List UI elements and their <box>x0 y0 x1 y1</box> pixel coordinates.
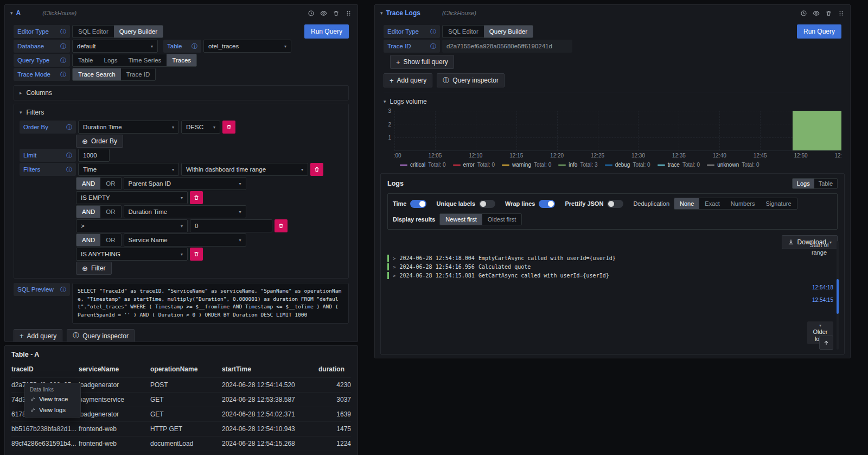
query-type-logs[interactable]: Logs <box>99 54 123 66</box>
column-header-duration[interactable]: duration <box>318 362 351 378</box>
history-icon[interactable] <box>308 10 315 17</box>
query-inspector-button[interactable]: ⓘQuery inspector <box>67 329 135 342</box>
database-select[interactable]: default▾ <box>72 40 158 53</box>
scrollbar-thumb[interactable] <box>837 279 839 314</box>
order-by-field-select[interactable]: Duration Time▾ <box>78 121 179 134</box>
drag-handle-icon[interactable] <box>345 10 352 17</box>
order-oldest-first[interactable]: Oldest first <box>482 214 522 225</box>
query-inspector-button[interactable]: ⓘQuery inspector <box>437 73 505 87</box>
condition-join-and[interactable]: AND <box>76 206 100 218</box>
order-newest-first[interactable]: Newest first <box>440 214 482 225</box>
delete-icon[interactable] <box>825 10 832 17</box>
legend-item-trace[interactable]: traceTotal: 0 <box>658 162 700 168</box>
column-header-starttime[interactable]: startTime <box>222 362 318 378</box>
legend-item-error[interactable]: errorTotal: 0 <box>453 162 495 168</box>
remove-condition-button[interactable] <box>190 248 203 261</box>
query-type-traces[interactable]: Traces <box>167 54 196 66</box>
dedup-none[interactable]: None <box>674 198 699 209</box>
info-icon[interactable]: ⓘ <box>60 56 66 65</box>
expand-log-icon[interactable]: > <box>393 264 395 270</box>
condition-join-or[interactable]: OR <box>100 178 120 189</box>
log-row[interactable]: >2024-06-28 12:54:15.081GetCartAsync cal… <box>387 272 792 279</box>
trace-id-input[interactable] <box>442 40 572 53</box>
add-filter-button[interactable]: ⊕Filter <box>76 262 112 275</box>
info-icon[interactable]: ⓘ <box>66 166 72 174</box>
run-query-button[interactable]: Run Query <box>797 24 841 39</box>
legend-item-unknown[interactable]: unknownTotal: 0 <box>707 162 759 168</box>
info-icon[interactable]: ⓘ <box>60 286 66 294</box>
add-query-button[interactable]: +Add query <box>384 73 432 87</box>
trace-id-link[interactable]: 9a7b9f9194303bd... <box>11 451 79 455</box>
remove-order-by-button[interactable] <box>222 121 235 134</box>
query-type-table[interactable]: Table <box>73 54 99 66</box>
expand-log-icon[interactable]: > <box>393 256 395 261</box>
expand-log-icon[interactable]: > <box>393 273 395 279</box>
info-icon[interactable]: ⓘ <box>66 123 72 131</box>
editor-type-query-builder[interactable]: Query Builder <box>484 26 533 37</box>
condition-field-select[interactable]: Duration Time▾ <box>124 205 246 218</box>
editor-type-sql-editor[interactable]: SQL Editor <box>73 26 114 37</box>
condition-join-or[interactable]: OR <box>100 234 120 246</box>
wrap-lines-toggle[interactable] <box>539 200 555 208</box>
trace-id-link[interactable]: bb5167b238bfa82d1... <box>11 422 79 437</box>
column-header-operationname[interactable]: operationName <box>150 362 222 378</box>
filter-operator-select[interactable]: Within dashboard time range▾ <box>181 163 308 176</box>
editor-type-query-builder[interactable]: Query Builder <box>114 26 163 37</box>
remove-filter-button[interactable] <box>310 163 323 176</box>
add-query-button[interactable]: +Add query <box>14 329 62 342</box>
info-icon[interactable]: ⓘ <box>60 28 66 36</box>
condition-operator-select[interactable]: IS EMPTY▾ <box>76 191 188 204</box>
condition-join-or[interactable]: OR <box>100 206 120 218</box>
table-select[interactable]: otel_traces▾ <box>203 40 291 53</box>
eye-icon[interactable] <box>320 10 327 17</box>
condition-operator-select[interactable]: IS ANYTHING▾ <box>76 248 188 261</box>
condition-join-and[interactable]: AND <box>76 178 100 189</box>
dedup-exact[interactable]: Exact <box>699 198 725 209</box>
remove-condition-button[interactable] <box>275 219 288 232</box>
legend-item-warning[interactable]: warningTotal: 0 <box>502 162 551 168</box>
info-icon[interactable]: ⓘ <box>66 151 72 160</box>
remove-condition-button[interactable] <box>190 191 203 204</box>
menu-item-view-logs[interactable]: View logs <box>25 405 80 415</box>
info-icon[interactable]: ⓘ <box>192 42 197 50</box>
log-row[interactable]: >2024-06-28 12:54:16.956Calculated quote <box>387 263 792 270</box>
filter-field-select[interactable]: Time▾ <box>78 163 179 176</box>
unique-labels-toggle[interactable] <box>479 200 495 208</box>
dedup-signature[interactable]: Signature <box>760 198 796 209</box>
limit-input[interactable] <box>78 149 110 162</box>
condition-field-select[interactable]: Service Name▾ <box>124 233 246 247</box>
eye-icon[interactable] <box>813 10 820 17</box>
run-query-button[interactable]: Run Query <box>304 24 349 39</box>
delete-icon[interactable] <box>333 10 340 17</box>
show-full-query-button[interactable]: +Show full query <box>390 55 454 69</box>
legend-item-info[interactable]: infoTotal: 3 <box>558 162 597 168</box>
collapse-chevron-icon[interactable]: ▾ <box>10 11 13 16</box>
info-icon[interactable]: ⓘ <box>60 42 66 50</box>
legend-item-debug[interactable]: debugTotal: 0 <box>605 162 650 168</box>
column-header-servicename[interactable]: serviceName <box>79 362 150 378</box>
condition-join-and[interactable]: AND <box>76 234 100 246</box>
trace-mode-trace-id[interactable]: Trace ID <box>121 68 156 80</box>
filters-section-toggle[interactable]: ▾ Filters <box>20 109 343 116</box>
collapse-chevron-icon[interactable]: ▾ <box>380 11 383 16</box>
columns-section-toggle[interactable]: ▸ Columns <box>14 85 349 100</box>
info-icon[interactable]: ⓘ <box>60 71 66 79</box>
menu-item-view-trace[interactable]: View trace <box>25 394 80 405</box>
order-by-direction-select[interactable]: DESC▾ <box>181 121 220 134</box>
prettify-json-toggle[interactable] <box>607 200 623 208</box>
trace-mode-trace-search[interactable]: Trace Search <box>73 68 121 80</box>
condition-value-input[interactable] <box>190 219 272 232</box>
info-icon[interactable]: ⓘ <box>430 28 436 36</box>
time-toggle[interactable] <box>410 200 426 208</box>
trace-id-link[interactable]: 89cf4286e631591b4... <box>11 437 79 451</box>
condition-field-select[interactable]: Parent Span ID▾ <box>124 177 246 190</box>
dedup-numbers[interactable]: Numbers <box>725 198 761 209</box>
logs-volume-section-toggle[interactable]: ▾ Logs volume <box>375 97 850 111</box>
legend-item-critical[interactable]: criticalTotal: 0 <box>400 162 446 168</box>
scroll-to-top-button[interactable] <box>819 336 833 350</box>
add-order-by-button[interactable]: ⊕Order By <box>76 135 123 148</box>
info-icon[interactable]: ⓘ <box>430 42 436 50</box>
query-type-time-series[interactable]: Time Series <box>123 54 167 66</box>
drag-handle-icon[interactable] <box>838 10 845 17</box>
editor-type-sql-editor[interactable]: SQL Editor <box>443 26 484 37</box>
